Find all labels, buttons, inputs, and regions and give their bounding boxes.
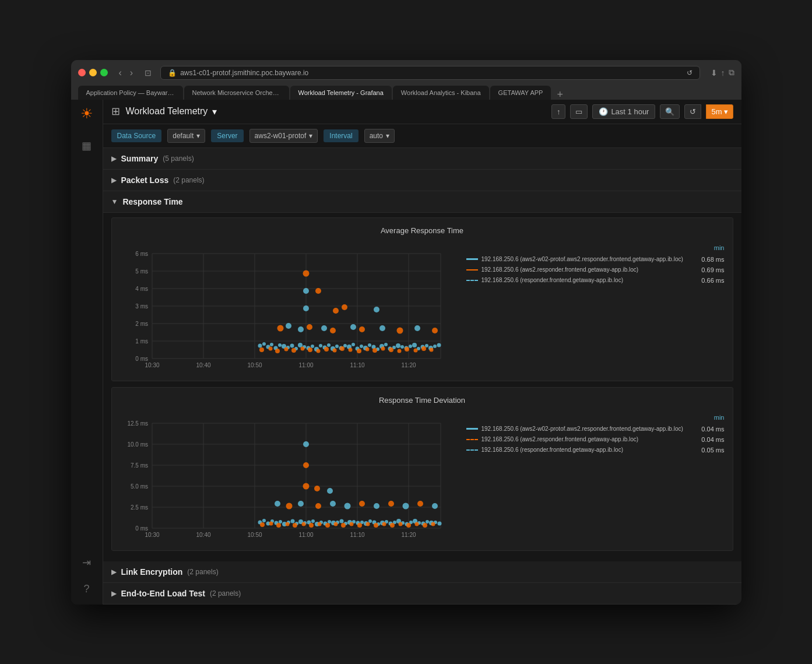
svg-point-87 [381,346,385,350]
packet-loss-section-header[interactable]: ▶ Packet Loss (2 panels) [103,170,741,191]
end-to-end-count: (2 panels) [210,589,241,598]
packet-loss-title: Packet Loss [121,175,169,185]
svg-point-76 [291,348,296,353]
tv-mode-button[interactable]: ▭ [570,104,588,119]
browser-window: ‹ › ⊡ 🔒 aws1-c01-protof.jsmithinc.poc.ba… [71,60,741,605]
svg-point-111 [414,325,420,331]
address-bar[interactable]: 🔒 aws1-c01-protof.jsmithinc.poc.bayware.… [160,66,699,80]
svg-point-35 [290,343,294,347]
svg-point-106 [330,328,336,333]
share-button[interactable]: ↑ [721,68,725,78]
sidebar-toggle-button[interactable]: ⊡ [142,67,154,79]
close-button[interactable] [78,69,86,76]
svg-point-32 [278,343,282,347]
svg-point-88 [389,347,393,352]
filters-bar: Data Source default ▾ Server aws2-w01-pr… [103,124,741,148]
browser-tabs: Application Policy — Bayware documen... … [78,86,734,100]
svg-point-190 [317,522,321,526]
new-tab-button[interactable]: ⧉ [729,68,734,78]
datasource-value: default [173,132,194,140]
toolbar-right: ↑ ▭ 🕐 Last 1 hour 🔍 ↺ 5m ▾ [551,104,733,119]
svg-point-68 [425,344,428,347]
interval-label: Interval [324,129,358,142]
browser-titlebar: ‹ › ⊡ 🔒 aws1-c01-protof.jsmithinc.poc.ba… [78,66,734,80]
interval-button[interactable]: 5m ▾ [706,104,733,119]
chart2-legend-item-1: 192.168.250.6 (aws2.responder.frontend.g… [466,436,725,443]
maximize-button[interactable] [100,69,108,76]
tab-getaway-app[interactable]: GETAWAY APP [490,86,551,100]
chart2-legend-value-1: 0.04 ms [701,436,724,443]
svg-point-52 [360,345,363,348]
svg-text:10:40: 10:40 [196,532,210,538]
chart2-svg: 12.5 ms 10.0 ms 7.5 ms 5.0 ms 2.5 ms 0 m… [120,412,458,540]
interval-select[interactable]: auto ▾ [364,129,395,143]
share-dashboard-button[interactable]: ↑ [551,104,566,119]
chart1-body: 6 ms 5 ms 4 ms 3 ms 2 ms 1 ms 0 ms 10:30 [120,242,725,373]
refresh-button[interactable]: ↺ [684,104,701,119]
svg-point-28 [262,342,266,346]
back-button[interactable]: ‹ [116,66,125,79]
summary-section-header[interactable]: ▶ Summary (5 panels) [103,148,741,170]
chart1-legend-item-1: 192.168.250.6 (aws2.responder.frontend.g… [466,266,725,273]
svg-point-96 [315,288,321,294]
time-range-button[interactable]: 🕐 Last 1 hour [592,104,655,119]
chart1-legend: min 192.168.250.6 (aws2-w02-protof.aws2.… [466,242,725,373]
tab-network-microservice[interactable]: Network Microservice Orchestrator [184,86,289,100]
server-select[interactable]: aws2-w01-protof ▾ [249,129,318,143]
chart2-plot: 12.5 ms 10.0 ms 7.5 ms 5.0 ms 2.5 ms 0 m… [120,412,458,542]
svg-point-155 [328,520,331,524]
page-refresh-icon[interactable]: ↺ [687,69,693,77]
chart2-legend-label-0: 192.168.250.6 (aws2-w02-protof.aws2.resp… [481,426,683,432]
svg-point-195 [357,523,362,528]
browser-chrome: ‹ › ⊡ 🔒 aws1-c01-protof.jsmithinc.poc.ba… [71,60,741,100]
tab-app-policy[interactable]: Application Policy — Bayware documen... [78,86,183,100]
svg-point-90 [405,347,409,352]
svg-point-196 [365,522,370,526]
signout-icon[interactable]: ⇥ [79,553,94,572]
svg-point-207 [314,486,320,491]
minimize-button[interactable] [89,69,97,76]
interval-filter-chevron-icon: ▾ [386,132,389,140]
datasource-select[interactable]: default ▾ [167,129,205,143]
svg-text:5 ms: 5 ms [135,268,148,275]
svg-point-217 [374,503,379,509]
svg-point-100 [374,307,379,312]
chart1-legend-label-0: 192.168.250.6 (aws2-w02-protof.aws2.resp… [481,256,683,262]
response-time-section-header[interactable]: ▼ Response Time [103,191,741,213]
svg-point-200 [398,522,402,526]
forward-button[interactable]: › [127,66,136,79]
link-encryption-section-header[interactable]: ▶ Link Encryption (2 panels) [103,561,741,583]
download-button[interactable]: ⬇ [711,68,718,78]
help-icon[interactable]: ? [80,579,93,599]
svg-point-78 [308,347,312,352]
svg-point-82 [340,346,345,351]
svg-point-184 [269,521,273,525]
nav-buttons: ‹ › [116,66,136,79]
svg-point-206 [303,483,309,489]
svg-point-40 [311,345,314,348]
top-toolbar: ⊞ Workload Telemetry ▾ ↑ ▭ 🕐 Last 1 hour… [103,100,741,124]
svg-point-30 [270,343,273,346]
svg-point-85 [365,347,369,351]
search-button[interactable]: 🔍 [660,104,680,119]
tab-workload-telemetry[interactable]: Workload Telemetry - Grafana [290,86,392,100]
svg-point-194 [349,522,353,526]
svg-text:0 ms: 0 ms [135,525,148,532]
add-tab-button[interactable]: + [552,89,568,100]
svg-point-77 [300,346,304,350]
svg-point-99 [342,304,347,310]
chart1-title: Average Response Time [120,226,725,235]
end-to-end-section-header[interactable]: ▶ End-to-End Load Test (2 panels) [103,583,741,605]
svg-point-146 [290,519,294,523]
sidebar: ☀ ▦ ⇥ ? [71,100,103,605]
grid-icon[interactable]: ▦ [78,136,95,156]
svg-point-192 [333,522,338,526]
title-chevron-icon[interactable]: ▾ [212,106,217,117]
svg-point-83 [348,347,352,352]
svg-point-95 [303,288,309,294]
svg-point-208 [327,488,333,494]
page-title: Workload Telemetry ▾ [126,106,217,117]
tab-workload-analytics[interactable]: Workload Analytics - Kibana [393,86,489,100]
interval-value-filter: auto [370,132,383,140]
chart2-legend-value-0: 0.04 ms [701,426,724,433]
